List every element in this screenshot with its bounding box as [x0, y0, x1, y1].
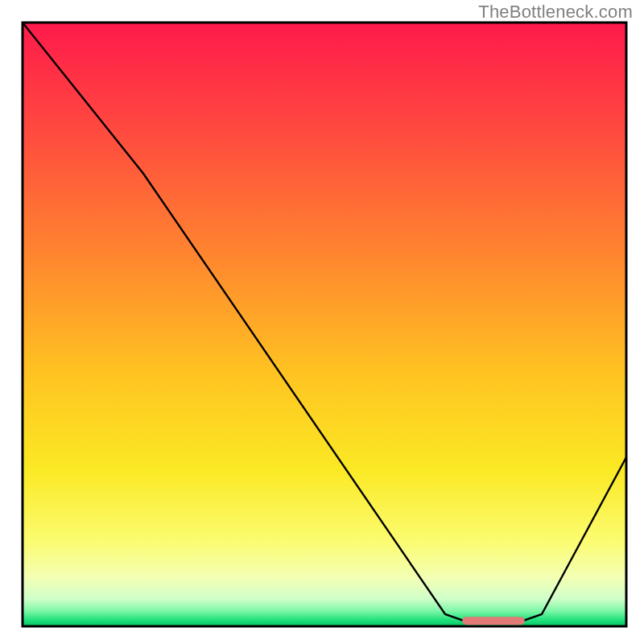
chart-svg: [0, 0, 644, 644]
plot-background: [23, 23, 626, 626]
bottleneck-chart: TheBottleneck.com: [0, 0, 644, 644]
watermark-text: TheBottleneck.com: [478, 2, 633, 23]
